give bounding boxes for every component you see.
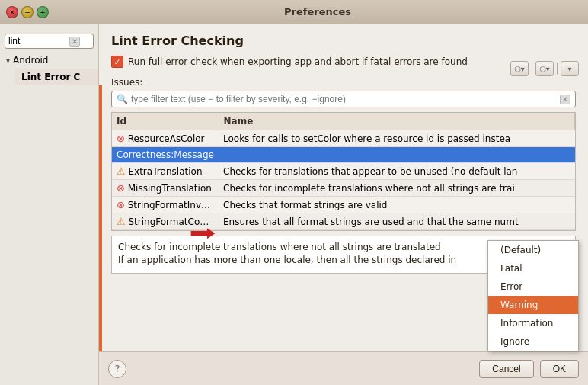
- table-cell-name: Ensures that all format strings are used…: [219, 213, 575, 230]
- titlebar: × − + Preferences: [0, 0, 588, 24]
- full-check-label: Run full error check when exporting app …: [128, 56, 468, 67]
- dropdown-item-error[interactable]: Error: [488, 278, 578, 296]
- table-cell-name: Checks for translations that appear to b…: [219, 163, 575, 180]
- nav-menu-icon: ▾: [567, 65, 571, 73]
- window-controls: × − +: [6, 6, 49, 18]
- cancel-button[interactable]: Cancel: [479, 360, 533, 378]
- table-cell-id: ⊗ StringFormatInvalid: [112, 197, 219, 213]
- tree-arrow-icon: ▾: [6, 56, 10, 65]
- filter-search-icon: 🔍: [117, 94, 128, 104]
- nav-forward-icon: ⬡▾: [539, 65, 550, 73]
- sidebar-item-lint[interactable]: Lint Error C: [15, 69, 98, 85]
- nav-separator: [532, 63, 532, 75]
- nav-back-button[interactable]: ⬡▾: [510, 61, 529, 76]
- sidebar-children: Lint Error C: [0, 69, 98, 85]
- error-icon: ⊗: [117, 133, 125, 144]
- sidebar-item-android[interactable]: ▾ Android: [0, 52, 98, 69]
- page-title: Lint Error Checking: [111, 34, 576, 48]
- checkbox-checked-icon[interactable]: ✓: [111, 56, 123, 68]
- nav-forward-button[interactable]: ⬡▾: [535, 61, 554, 76]
- filter-bar: 🔍 ✕: [111, 91, 576, 107]
- issues-table-wrapper: Id Name ⊗ ResourceAsColorLooks for calls…: [111, 112, 576, 231]
- main-container: ✕ ▾ Android Lint Error C ⬡▾ ⬡▾ ▾: [0, 24, 588, 385]
- dropdown-item-ignore[interactable]: Ignore: [488, 332, 578, 351]
- sidebar-search-input[interactable]: [8, 36, 69, 47]
- arrow-indicator: ➡: [189, 223, 216, 244]
- minimize-button[interactable]: −: [21, 6, 34, 18]
- close-button[interactable]: ×: [6, 6, 18, 18]
- nav-buttons: ⬡▾ ⬡▾ ▾: [510, 61, 579, 76]
- ok-button[interactable]: OK: [540, 360, 579, 378]
- dropdown-item-warning[interactable]: Warning: [488, 296, 578, 314]
- issues-table: Id Name ⊗ ResourceAsColorLooks for calls…: [112, 113, 575, 230]
- table-cell-id: ⊗ ResourceAsColor: [112, 130, 219, 147]
- accent-bar: [99, 85, 102, 351]
- table-row[interactable]: ⊗ StringFormatInvalidChecks that format …: [112, 197, 575, 213]
- help-button[interactable]: ?: [108, 360, 126, 378]
- sidebar-search-box[interactable]: ✕: [5, 34, 94, 49]
- warn-icon: ⚠: [117, 216, 126, 227]
- filter-clear-button[interactable]: ✕: [560, 95, 570, 104]
- sidebar: ✕ ▾ Android Lint Error C: [0, 24, 99, 385]
- warn-icon: ⚠: [117, 165, 126, 177]
- dropdown-item-default[interactable]: (Default): [488, 241, 578, 259]
- dropdown-item-fatal[interactable]: Fatal: [488, 259, 578, 278]
- severity-dropdown: (Default)FatalErrorWarningInformationIgn…: [487, 240, 579, 351]
- table-cell-id: ⚠ ExtraTranslation: [112, 163, 219, 180]
- sidebar-item-android-label: Android: [13, 55, 48, 66]
- table-cell-name: [219, 147, 575, 163]
- table-header-row: Id Name: [112, 113, 575, 130]
- col-header-name: Name: [219, 113, 575, 130]
- content-area: ⬡▾ ⬡▾ ▾ Lint Error Checking ✓ Run full e…: [99, 24, 588, 385]
- table-cell-name: Checks for incomplete translations where…: [219, 180, 575, 197]
- table-cell-name: Checks that format strings are valid: [219, 197, 575, 213]
- table-cell-name: Looks for calls to setColor where a reso…: [219, 130, 575, 147]
- table-cell-id: ⊗ MissingTranslation: [112, 180, 219, 197]
- table-row[interactable]: Correctness:Message: [112, 147, 575, 163]
- bottom-bar: ? Cancel OK: [99, 351, 588, 385]
- error-icon: ⊗: [117, 199, 125, 210]
- dropdown-item-information[interactable]: Information: [488, 314, 578, 332]
- maximize-button[interactable]: +: [37, 6, 49, 18]
- table-row[interactable]: ⊗ MissingTranslationChecks for incomplet…: [112, 180, 575, 197]
- filter-input[interactable]: [131, 94, 557, 104]
- table-row[interactable]: ⚠ ExtraTranslationChecks for translation…: [112, 163, 575, 180]
- table-cell-id: Correctness:Message: [112, 147, 219, 163]
- window-title: Preferences: [53, 6, 582, 18]
- table-row[interactable]: ⊗ ResourceAsColorLooks for calls to setC…: [112, 130, 575, 147]
- sidebar-search-clear[interactable]: ✕: [69, 37, 80, 47]
- issues-label: Issues:: [111, 77, 576, 88]
- sidebar-item-lint-label: Lint Error C: [21, 72, 80, 82]
- full-check-row: ✓ Run full error check when exporting ap…: [111, 56, 576, 68]
- nav-separator2: [557, 63, 558, 75]
- table-row[interactable]: ⚠ StringFormatCountEnsures that all form…: [112, 213, 575, 230]
- error-icon: ⊗: [117, 182, 125, 194]
- col-header-id: Id: [112, 113, 219, 130]
- nav-menu-button[interactable]: ▾: [561, 61, 579, 76]
- nav-back-icon: ⬡▾: [514, 65, 525, 73]
